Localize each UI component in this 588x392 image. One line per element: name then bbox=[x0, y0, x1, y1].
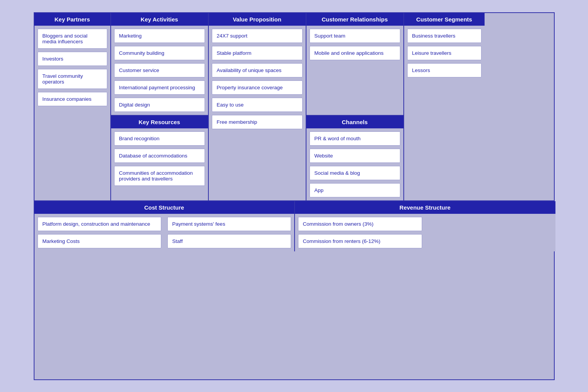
list-item: Customer service bbox=[114, 63, 205, 77]
list-item: Marketing bbox=[114, 29, 205, 43]
list-item: Digital design bbox=[114, 98, 205, 112]
revenue-col-2 bbox=[425, 214, 555, 251]
customer-relationships-header: Customer Relationships bbox=[306, 13, 403, 26]
value-proposition-section: Value Proposition 24X7 support Stable pl… bbox=[209, 13, 306, 200]
list-item: Communities of accommodation providers a… bbox=[114, 166, 205, 186]
list-item: Brand recognition bbox=[114, 131, 205, 146]
list-item: Community building bbox=[114, 46, 205, 60]
list-item: Payment systems' fees bbox=[167, 217, 291, 231]
cost-structure-header: Cost Structure bbox=[34, 201, 294, 214]
list-item: Social media & blog bbox=[310, 166, 400, 180]
list-item: Insurance companies bbox=[38, 92, 107, 106]
cost-structure-section: Cost Structure Platform design, construc… bbox=[34, 201, 295, 251]
value-proposition-header: Value Proposition bbox=[209, 13, 306, 26]
bottom-grid: Cost Structure Platform design, construc… bbox=[34, 201, 554, 251]
key-activities-header: Key Activities bbox=[111, 13, 208, 26]
list-item: Leisure travellers bbox=[407, 46, 482, 60]
customer-segments-header: Customer Segments bbox=[404, 13, 485, 26]
list-item: Bloggers and social media influencers bbox=[38, 29, 107, 49]
key-resources-section: Key Resources Brand recognition Database… bbox=[111, 116, 209, 200]
list-item: Stable platform bbox=[212, 46, 303, 60]
list-item: Easy to use bbox=[212, 98, 303, 112]
customer-segments-section: Customer Segments Business travellers Le… bbox=[404, 13, 485, 200]
key-partners-section: Key Partners Bloggers and social media i… bbox=[34, 13, 111, 200]
list-item: Mobile and online applications bbox=[310, 46, 400, 60]
list-item: International payment processing bbox=[114, 80, 205, 95]
list-item: Commission from renters (6-12%) bbox=[298, 234, 422, 248]
key-activities-section: Key Activities Marketing Community build… bbox=[111, 13, 209, 116]
business-model-canvas: Key Partners Bloggers and social media i… bbox=[34, 12, 555, 380]
cost-structure-content: Platform design, construction and mainte… bbox=[34, 214, 294, 251]
revenue-col-1: Commission from owners (3%) Commission f… bbox=[295, 214, 425, 251]
customer-relationships-section: Customer Relationships Support team Mobi… bbox=[306, 13, 404, 116]
list-item: Travel community operators bbox=[38, 69, 107, 89]
key-resources-content: Brand recognition Database of accommodat… bbox=[111, 131, 208, 186]
revenue-structure-header: Revenue Structure bbox=[295, 201, 555, 214]
list-item: Marketing Costs bbox=[38, 234, 161, 248]
key-activities-content: Marketing Community building Customer se… bbox=[111, 29, 208, 112]
channels-section: Channels PR & word of mouth Website Soci… bbox=[306, 116, 404, 200]
revenue-structure-content: Commission from owners (3%) Commission f… bbox=[295, 214, 555, 251]
list-item: Website bbox=[310, 149, 400, 163]
list-item: Support team bbox=[310, 29, 400, 43]
list-item: Availability of unique spaces bbox=[212, 63, 303, 77]
list-item: Free membership bbox=[212, 115, 303, 129]
channels-content: PR & word of mouth Website Social media … bbox=[306, 131, 403, 197]
revenue-structure-section: Revenue Structure Commission from owners… bbox=[295, 201, 555, 251]
value-proposition-content: 24X7 support Stable platform Availabilit… bbox=[209, 29, 306, 129]
key-partners-header: Key Partners bbox=[34, 13, 110, 26]
list-item: Staff bbox=[167, 234, 291, 248]
channels-header: Channels bbox=[306, 116, 403, 128]
list-item: PR & word of mouth bbox=[310, 131, 400, 146]
customer-relationships-content: Support team Mobile and online applicati… bbox=[306, 29, 403, 60]
list-item: Business travellers bbox=[407, 29, 482, 43]
customer-segments-content: Business travellers Leisure travellers L… bbox=[404, 29, 485, 77]
main-grid: Key Partners Bloggers and social media i… bbox=[34, 13, 554, 201]
cost-col-2: Payment systems' fees Staff bbox=[164, 214, 294, 251]
cost-col-1: Platform design, construction and mainte… bbox=[34, 214, 164, 251]
list-item: Database of accommodations bbox=[114, 149, 205, 163]
list-item: Commission from owners (3%) bbox=[298, 217, 422, 231]
list-item: 24X7 support bbox=[212, 29, 303, 43]
key-partners-content: Bloggers and social media influencers In… bbox=[34, 29, 110, 106]
key-resources-header: Key Resources bbox=[111, 116, 208, 128]
list-item: Property insurance coverage bbox=[212, 80, 303, 95]
list-item: Platform design, construction and mainte… bbox=[38, 217, 161, 231]
list-item: Lessors bbox=[407, 63, 482, 77]
list-item: Investors bbox=[38, 52, 107, 66]
list-item: App bbox=[310, 183, 400, 197]
